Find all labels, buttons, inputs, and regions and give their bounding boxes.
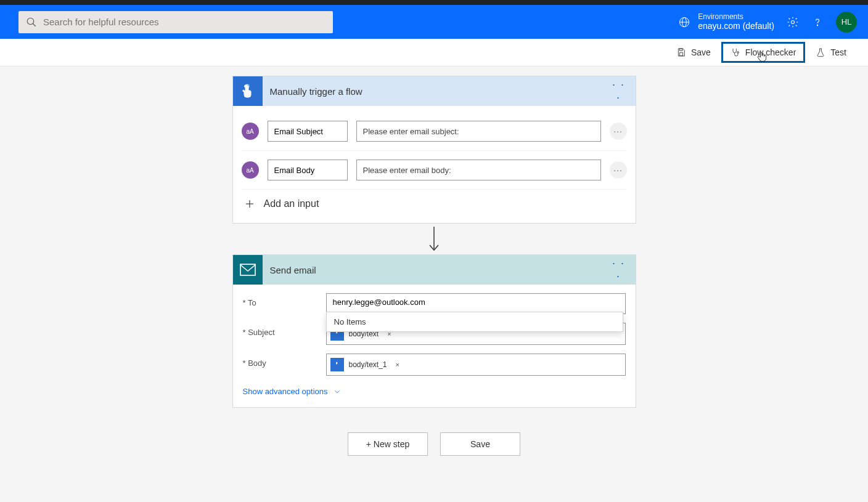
token-text: body/text_1 — [348, 360, 388, 369]
advanced-label: Show advanced options — [243, 387, 328, 396]
save-label: Save — [691, 47, 711, 57]
send-email-header[interactable]: Send email · · · — [233, 255, 636, 285]
token-trigger-icon — [330, 358, 344, 371]
svg-point-0 — [27, 18, 34, 25]
save-flow-button[interactable]: Save — [440, 432, 520, 456]
search-input[interactable] — [43, 17, 326, 27]
flow-checker-button[interactable]: Flow checker — [721, 42, 805, 63]
body-input[interactable]: body/text_1 × — [326, 354, 626, 376]
env-name: enayu.com (default) — [698, 21, 774, 31]
save-button[interactable]: Save — [667, 42, 720, 63]
trigger-param-row: aA Email Subject Please enter email subj… — [242, 112, 627, 151]
svg-point-6 — [817, 25, 817, 25]
environment-picker[interactable]: Environments enayu.com (default) — [678, 12, 774, 31]
flask-icon — [816, 47, 825, 57]
editor-toolbar: Save Flow checker Test — [0, 39, 868, 67]
autocomplete-popup[interactable]: No Items — [326, 312, 623, 332]
send-email-title: Send email — [263, 265, 611, 275]
svg-line-1 — [33, 23, 36, 26]
gear-icon[interactable] — [787, 16, 799, 28]
svg-point-9 — [737, 52, 739, 54]
send-email-menu-button[interactable]: · · · — [611, 257, 627, 283]
svg-rect-8 — [679, 53, 682, 56]
save-icon — [676, 47, 686, 57]
topbar-right: Environments enayu.com (default) HL — [678, 12, 857, 33]
trigger-card: Manually trigger a flow · · · aA Email S… — [232, 76, 636, 224]
globe-icon — [678, 16, 690, 28]
subject-label: * Subject — [243, 323, 326, 337]
add-input-button[interactable]: Add an input — [242, 190, 627, 213]
param-hint-input[interactable]: Please enter email subject: — [356, 121, 601, 142]
mail-icon — [233, 255, 263, 285]
text-type-badge: aA — [242, 161, 259, 179]
to-input[interactable]: henry.legge@outlook.com — [326, 293, 626, 314]
send-email-body: * To henry.legge@outlook.com No Items * … — [233, 285, 636, 407]
param-hint-input[interactable]: Please enter email body: — [356, 160, 601, 180]
text-type-badge: aA — [242, 123, 259, 140]
avatar[interactable]: HL — [836, 12, 857, 33]
new-step-button[interactable]: + New step — [348, 432, 428, 456]
send-email-card: Send email · · · * To henry.legge@outloo… — [232, 254, 636, 408]
plus-icon — [244, 198, 255, 209]
add-input-label: Add an input — [264, 198, 319, 209]
stethoscope-icon — [731, 47, 740, 57]
env-label: Environments — [698, 12, 774, 21]
connector-arrow[interactable] — [427, 224, 441, 254]
trigger-card-header[interactable]: Manually trigger a flow · · · — [233, 76, 636, 106]
svg-rect-14 — [240, 264, 255, 275]
flow-checker-label: Flow checker — [745, 47, 796, 57]
test-button[interactable]: Test — [806, 42, 856, 63]
trigger-param-row: aA Email Body Please enter email body: ·… — [242, 151, 627, 190]
to-field-row: * To henry.legge@outlook.com No Items — [243, 293, 626, 314]
trigger-icon — [233, 76, 263, 106]
search-icon — [26, 17, 37, 28]
to-label: * To — [243, 293, 326, 307]
trigger-card-body: aA Email Subject Please enter email subj… — [233, 106, 636, 223]
svg-point-5 — [792, 20, 795, 23]
param-name-input[interactable]: Email Body — [268, 160, 348, 180]
body-field-row: * Body body/text_1 × — [243, 354, 626, 376]
trigger-menu-button[interactable]: · · · — [611, 78, 627, 104]
svg-rect-7 — [679, 49, 682, 51]
bottom-actions: + New step Save — [348, 432, 520, 456]
browser-chrome-strip — [0, 0, 868, 5]
trigger-title: Manually trigger a flow — [263, 86, 611, 97]
test-label: Test — [830, 47, 846, 57]
token-remove-button[interactable]: × — [392, 361, 403, 368]
search-box[interactable] — [18, 11, 333, 33]
param-name-input[interactable]: Email Subject — [268, 121, 348, 142]
arrow-down-icon — [427, 225, 441, 253]
designer-canvas: Manually trigger a flow · · · aA Email S… — [0, 67, 868, 456]
help-icon[interactable] — [811, 16, 824, 28]
app-topbar: Environments enayu.com (default) HL — [0, 5, 868, 39]
show-advanced-options[interactable]: Show advanced options — [243, 384, 626, 396]
param-menu-button[interactable]: ··· — [610, 123, 627, 140]
chevron-down-icon — [333, 387, 342, 396]
body-label: * Body — [243, 354, 326, 368]
dynamic-token[interactable]: body/text_1 × — [330, 357, 403, 373]
param-menu-button[interactable]: ··· — [610, 161, 627, 179]
